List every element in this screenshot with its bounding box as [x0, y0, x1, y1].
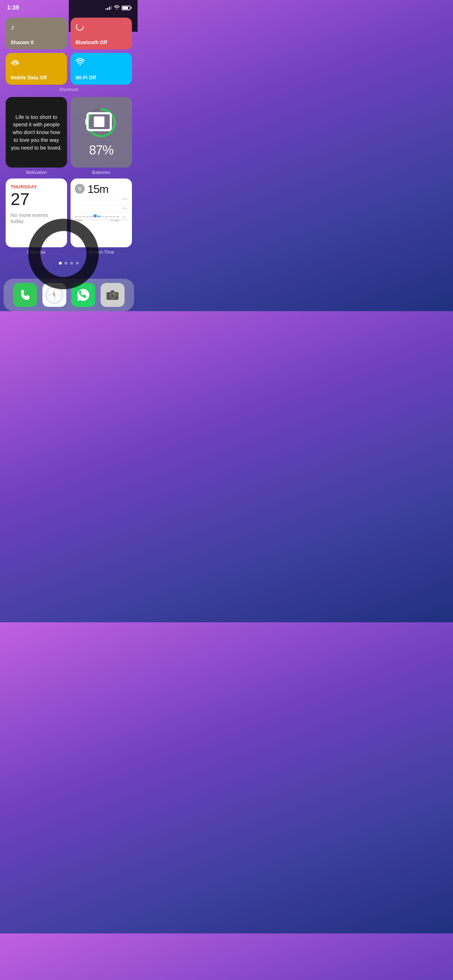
svg-point-1 [14, 65, 16, 65]
dock-phone-app[interactable] [13, 283, 37, 307]
status-icons [105, 5, 130, 11]
battery-label: Batteries [71, 170, 132, 175]
camera-icon [106, 290, 119, 300]
svg-point-25 [110, 294, 114, 298]
mobile-data-label: Mobile Data Off [11, 75, 62, 80]
calendar-card: THURSDAY 27 No more events today [6, 178, 67, 247]
phone-icon [19, 289, 32, 301]
page-dot-1[interactable] [65, 262, 67, 264]
dock-camera-app[interactable] [100, 283, 124, 307]
dock: N S E W [3, 279, 134, 311]
chart-x-labels: 5 AM 11 AM [75, 219, 119, 222]
battery-percent: 87% [89, 143, 113, 158]
shazam-label: Shazam It [11, 40, 62, 45]
signal-icon [105, 6, 112, 10]
middle-widgets-row: Life is too short to spend it with peopl… [0, 97, 138, 178]
music-note-icon: ♪ [11, 22, 62, 32]
page-dots [0, 258, 138, 272]
dock-safari-app[interactable]: N S E W [42, 283, 66, 307]
shortcut-shazam[interactable]: ♪ Shazam It [6, 18, 67, 49]
wifi-icon [75, 58, 127, 68]
status-bar: 1:39 [0, 0, 138, 14]
page-dot-2[interactable] [70, 262, 73, 264]
page-dot-3[interactable] [76, 262, 79, 264]
screentime-widget[interactable]: S 15m 60m 30m 0m [71, 178, 132, 255]
dock-whatsapp-app[interactable] [71, 283, 95, 307]
screentime-chart: 60m 30m 0m [75, 197, 128, 222]
calendar-widget[interactable]: THURSDAY 27 No more events today Calenda… [6, 178, 67, 255]
safari-icon: N S E W [45, 286, 64, 304]
page-dot-0[interactable] [59, 262, 62, 264]
motivation-text: Life is too short to spend it with peopl… [11, 113, 62, 152]
svg-point-0 [76, 23, 83, 30]
motivation-label: Motivation [6, 170, 67, 175]
screentime-label: Screen Time [71, 250, 132, 255]
svg-text:W: W [48, 294, 51, 296]
wifi-status-icon [114, 5, 119, 11]
svg-rect-6 [85, 119, 89, 125]
status-time: 1:39 [7, 4, 19, 11]
svg-rect-7 [94, 116, 105, 127]
calendar-date: 27 [11, 191, 62, 208]
svg-point-27 [116, 294, 117, 295]
calendar-label: Calendar [6, 250, 67, 255]
battery-circle [85, 107, 117, 138]
screentime-card: S 15m 60m 30m 0m [71, 178, 132, 247]
svg-text:E: E [59, 294, 60, 296]
shortcut-wifi[interactable]: Wi-Fi Off [71, 53, 132, 85]
whatsapp-icon [76, 288, 90, 302]
motivation-widget[interactable]: Life is too short to spend it with peopl… [6, 97, 67, 175]
calendar-day-name: THURSDAY [11, 184, 62, 189]
chart-bars [75, 196, 119, 217]
signal-waves-icon [11, 58, 62, 68]
chart-y-labels: 60m 30m 0m [122, 197, 128, 219]
wifi-label: Wi-Fi Off [75, 75, 127, 80]
battery-status-icon [122, 6, 130, 10]
svg-point-2 [79, 64, 81, 65]
battery-card: 87% [71, 97, 132, 167]
shortcuts-grid: ♪ Shazam It Bluetooth Off Mobile Data Of… [6, 18, 132, 85]
calendar-no-events: No more events today [11, 212, 62, 224]
shortcut-mobile-data[interactable]: Mobile Data Off [6, 53, 67, 85]
bluetooth-loading-icon [75, 22, 127, 33]
shortcuts-title: Shortcuts [6, 85, 132, 95]
screentime-time: 15m [87, 183, 108, 195]
screentime-avatar: S [75, 184, 85, 194]
bluetooth-label: Bluetooth Off [75, 40, 127, 45]
shortcut-bluetooth[interactable]: Bluetooth Off [71, 18, 132, 49]
svg-rect-23 [111, 290, 114, 293]
bottom-widgets-row: THURSDAY 27 No more events today Calenda… [0, 178, 138, 258]
shortcuts-section: ♪ Shazam It Bluetooth Off Mobile Data Of… [0, 14, 138, 97]
svg-point-26 [114, 293, 115, 294]
motivation-card: Life is too short to spend it with peopl… [6, 97, 67, 167]
battery-widget[interactable]: 87% Batteries [71, 97, 132, 175]
